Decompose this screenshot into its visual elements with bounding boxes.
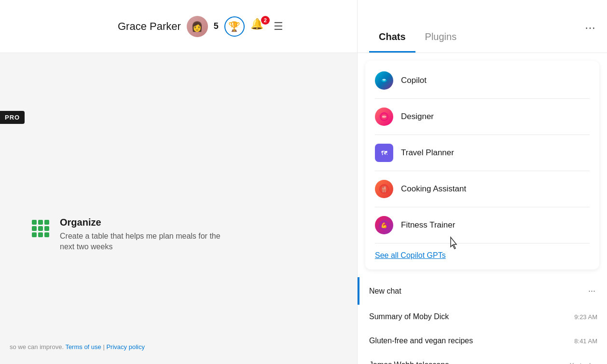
gpt-list: Copilot ✏ Designer 🗺 Trave	[365, 61, 599, 270]
travel-icon: 🗺	[375, 144, 393, 162]
divider-3	[375, 171, 590, 171]
more-options-icon[interactable]: ⋯	[585, 22, 595, 43]
designer-icon: ✏	[375, 108, 393, 126]
header-bar: Grace Parker 👩 5 🏆 🔔 2 ☰	[0, 0, 357, 53]
user-name: Grace Parker	[118, 20, 181, 33]
chat-item-webb[interactable]: James Webb telescope Yesterday	[358, 353, 607, 364]
organize-title: Organize	[60, 217, 232, 228]
gpt-name-travel: Travel Planner	[401, 148, 454, 158]
gpt-name-fitness: Fitness Trainer	[401, 220, 455, 230]
gpt-name-copilot: Copilot	[401, 76, 427, 85]
chat-item-new[interactable]: New chat ···	[358, 277, 607, 305]
user-info: Grace Parker 👩 5 🏆 🔔 2 ☰	[118, 16, 283, 37]
footer-separator: |	[103, 343, 104, 351]
tab-plugins[interactable]: Plugins	[415, 12, 467, 53]
divider-2	[375, 135, 590, 135]
bell-wrapper[interactable]: 🔔 2	[250, 18, 268, 35]
privacy-link[interactable]: Privacy policy	[106, 343, 144, 351]
chat-item-moby[interactable]: Summary of Moby Dick 9:23 AM	[358, 305, 607, 329]
organize-icon	[29, 217, 52, 240]
cooking-icon: 🍴	[375, 180, 393, 198]
hamburger-menu[interactable]: ☰	[274, 20, 283, 33]
pro-badge: PRO	[0, 111, 25, 124]
gpt-item-copilot[interactable]: Copilot	[365, 65, 599, 96]
see-all-gpts-link[interactable]: See all Copilot GPTs	[365, 245, 599, 266]
avatar: 👩	[187, 16, 208, 37]
footer: so we can improve. Terms of use | Privac…	[10, 343, 145, 351]
chat-title-vegan: Gluten-free and vegan recipes	[369, 337, 473, 345]
fitness-icon: 💪	[375, 216, 393, 234]
gpt-item-designer[interactable]: ✏ Designer	[365, 101, 599, 133]
chat-time-moby: 9:23 AM	[574, 313, 597, 321]
chat-title-webb: James Webb telescope	[369, 361, 449, 364]
chat-time-webb: Yesterday	[570, 362, 597, 364]
chat-list: New chat ··· Summary of Moby Dick 9:23 A…	[358, 277, 607, 364]
footer-prefix: so we can improve.	[10, 343, 64, 351]
divider-1	[375, 98, 590, 99]
left-panel: Grace Parker 👩 5 🏆 🔔 2 ☰ PRO Organize	[0, 0, 357, 364]
gpt-name-designer: Designer	[401, 112, 434, 121]
gpt-item-fitness[interactable]: 💪 Fitness Trainer	[365, 209, 599, 241]
divider-5	[375, 243, 590, 243]
chat-more-icon-new[interactable]: ···	[586, 285, 597, 297]
gpt-name-cooking: Cooking Assistant	[401, 184, 466, 194]
organize-card: Organize Create a table that helps me pl…	[29, 217, 232, 253]
organize-description: Create a table that helps me plan meals …	[60, 231, 232, 253]
tab-chats[interactable]: Chats	[369, 12, 415, 53]
organize-text: Organize Create a table that helps me pl…	[60, 217, 232, 253]
svg-text:🗺: 🗺	[381, 149, 387, 157]
svg-text:💪: 💪	[381, 222, 387, 229]
trophy-icon: 🏆	[224, 16, 245, 37]
streak-count: 5	[214, 21, 219, 31]
divider-4	[375, 207, 590, 207]
svg-text:🍴: 🍴	[381, 186, 387, 192]
right-header: Chats Plugins ⋯	[358, 0, 607, 53]
chat-title-new: New chat	[369, 287, 401, 296]
terms-link[interactable]: Terms of use	[65, 343, 101, 351]
tabs: Chats Plugins	[369, 12, 466, 53]
gpt-item-travel[interactable]: 🗺 Travel Planner	[365, 137, 599, 169]
chat-item-vegan[interactable]: Gluten-free and vegan recipes 8:41 AM	[358, 329, 607, 353]
chat-title-moby: Summary of Moby Dick	[369, 312, 449, 321]
svg-text:✏: ✏	[382, 114, 387, 120]
notification-badge: 2	[261, 16, 270, 25]
chat-time-vegan: 8:41 AM	[574, 337, 597, 345]
copilot-icon	[375, 71, 393, 90]
right-panel: Chats Plugins ⋯ Copilot	[357, 0, 607, 364]
gpt-item-cooking[interactable]: 🍴 Cooking Assistant	[365, 173, 599, 205]
